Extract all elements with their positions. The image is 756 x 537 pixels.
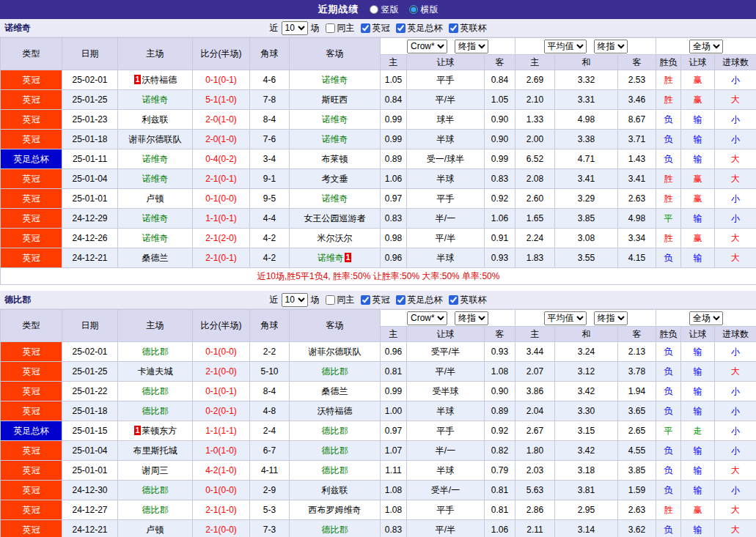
result-handicap-outcome: 输 [681,248,715,268]
team-link[interactable]: 诺维奇 [142,233,169,243]
recent-prefix-label: 近 [270,22,279,34]
result-outcome: 胜 [656,70,681,90]
odds-handicap: 受一/球半 [407,149,485,169]
filter-checkbox[interactable] [449,295,458,305]
result-goals: 小 [715,421,756,441]
filter-checkbox[interactable] [361,23,370,33]
team-link[interactable]: 沃特福德 [318,406,353,416]
team-link[interactable]: 德比郡 [142,485,169,495]
team-link[interactable]: 德比郡 [322,445,348,456]
table-row: 英冠25-01-04布里斯托城1-0(1-0)6-7德比郡1.07半/一0.82… [1,441,756,461]
team-link[interactable]: 女王公园巡游者 [304,213,366,223]
team-link[interactable]: 卢顿 [147,525,164,535]
page-title: 近期战绩 [318,3,359,16]
team-link[interactable]: 德比郡 [322,426,348,436]
team-link[interactable]: 利兹联 [142,114,169,125]
team-link[interactable]: 德比郡 [322,366,348,377]
recent-count-select[interactable]: 10 [282,293,308,307]
team-link[interactable]: 诺维奇 [318,253,344,263]
team-link[interactable]: 德比郡 [142,406,169,416]
team-link[interactable]: 诺维奇 [322,114,348,125]
team-link[interactable]: 米尔沃尔 [318,233,353,243]
team-link[interactable]: 德比郡 [322,465,348,475]
header-select[interactable]: 全场 [689,311,723,325]
column-header: 类型 [1,38,62,70]
team-link[interactable]: 诺维奇 [322,193,348,204]
team-link[interactable]: 诺维奇 [142,154,169,164]
header-select[interactable]: 终指 [455,311,488,325]
result-handicap-outcome: 赢 [681,169,715,189]
team-link[interactable]: 诺维奇 [322,134,348,144]
filter-option[interactable]: 同主 [326,294,355,306]
team-link[interactable]: 谢周三 [142,465,169,475]
header-select[interactable]: 终指 [455,40,488,53]
filter-checkbox[interactable] [396,23,405,33]
result-goals: 大 [715,362,756,382]
avg-draw: 3.85 [555,209,618,229]
away-team: 诺维奇 [290,189,381,209]
team-link[interactable]: 谢菲尔德联队 [309,347,362,357]
team-link[interactable]: 莱顿东方 [142,426,177,436]
header-select[interactable]: 终指 [594,40,628,53]
corners: 7-8 [250,90,290,110]
filter-checkbox[interactable] [326,295,335,305]
team-link[interactable]: 考文垂 [322,174,348,184]
odds-home: 0.97 [381,189,407,209]
avg-home: 3.44 [515,342,555,362]
team-link[interactable]: 西布罗姆维奇 [309,505,362,515]
section-header: 德比郡近10场同主英冠英足总杯英联杯 [0,291,756,309]
team-link[interactable]: 桑德兰 [322,386,348,396]
layout-radio[interactable] [409,5,418,14]
header-select[interactable]: 终指 [594,311,628,325]
team-link[interactable]: 谢菲尔德联队 [129,134,182,144]
team-link[interactable]: 德比郡 [142,386,169,396]
team-link[interactable]: 卢顿 [147,193,164,204]
team-link[interactable]: 布莱顿 [322,154,348,164]
team-link[interactable]: 诺维奇 [322,75,348,85]
filter-option[interactable]: 英足总杯 [396,22,443,34]
header-select[interactable]: 平均值 [544,311,587,325]
filter-option[interactable]: 英冠 [361,22,390,34]
team-link[interactable]: 诺维奇 [142,174,169,184]
avg-home: 1.83 [515,248,555,268]
recent-count-select[interactable]: 10 [282,21,308,35]
filter-option[interactable]: 英冠 [361,294,390,306]
avg-home: 1.33 [515,110,555,130]
column-header: 客 [485,327,515,342]
header-select[interactable]: 平均值 [544,40,587,53]
filter-checkbox[interactable] [326,23,335,33]
match-score: 2-1(2-0) [193,229,250,248]
filter-option[interactable]: 英联杯 [449,22,487,34]
layout-option[interactable]: 竖版 [370,4,399,16]
team-link[interactable]: 德比郡 [142,505,169,515]
filter-checkbox[interactable] [449,23,458,33]
filter-option[interactable]: 同主 [326,22,355,34]
team-link[interactable]: 卡迪夫城 [138,366,173,377]
header-select[interactable]: Crow* [407,311,447,325]
avg-home: 2.10 [515,90,555,110]
layout-option[interactable]: 横版 [409,4,438,16]
header-select[interactable]: 全场 [689,40,723,53]
team-link[interactable]: 布里斯托城 [133,445,177,456]
filter-option[interactable]: 英联杯 [449,294,487,306]
team-link[interactable]: 诺维奇 [142,95,169,105]
table-row: 英冠25-01-23利兹联2-0(1-0)8-4诺维奇0.99球半0.901.3… [1,110,756,130]
avg-home: 3.86 [515,382,555,401]
result-outcome: 负 [656,461,681,481]
filter-checkbox[interactable] [396,295,405,305]
team-link[interactable]: 德比郡 [322,525,348,535]
team-link[interactable]: 德比郡 [142,347,169,357]
team-link[interactable]: 利兹联 [322,485,348,495]
results-table: 类型日期主场比分(半场)角球客场Crow*终指平均值终指全场主让球客主和客胜负让… [0,309,756,537]
header-select[interactable]: Crow* [407,40,447,53]
filter-option[interactable]: 英足总杯 [396,294,443,306]
table-row: 英冠25-01-18德比郡0-2(0-1)4-8沃特福德1.00半球0.892.… [1,401,756,421]
team-link[interactable]: 诺维奇 [142,213,169,223]
team-link[interactable]: 沃特福德 [142,75,177,85]
team-link[interactable]: 桑德兰 [142,253,169,263]
filter-checkbox[interactable] [361,295,370,305]
match-date: 25-01-18 [62,130,118,149]
team-link[interactable]: 斯旺西 [322,95,348,105]
result-handicap-outcome: 输 [681,362,715,382]
layout-radio[interactable] [370,5,378,14]
